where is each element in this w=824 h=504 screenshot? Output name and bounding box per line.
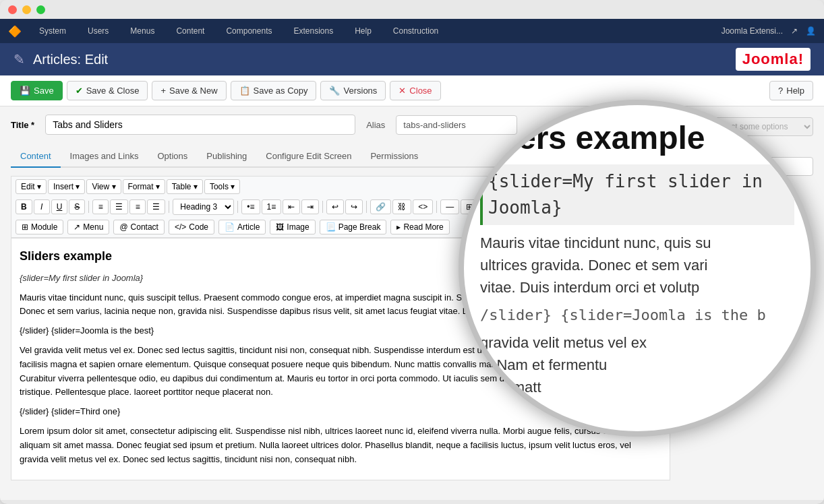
- brand-text: Joomla!: [742, 51, 804, 67]
- edit-pencil-icon: ✎: [13, 51, 25, 67]
- tools-menu[interactable]: Tools ▾: [204, 179, 240, 194]
- ordered-list-button[interactable]: 1≡: [262, 199, 282, 214]
- table-menu[interactable]: Table ▾: [167, 179, 203, 194]
- magnified-slider-tag: {slider=My first slider in Joomla}: [480, 164, 794, 225]
- module-icon: ⊞: [22, 222, 28, 232]
- pagebreak-insert-button[interactable]: 📃 Page Break: [320, 220, 387, 234]
- article-insert-button[interactable]: 📄 Article: [218, 220, 266, 234]
- align-right-button[interactable]: ≡: [129, 199, 146, 214]
- save-close-button[interactable]: ✔ Save & Close: [67, 81, 148, 100]
- code-icon: </>: [175, 222, 186, 232]
- image-insert-button[interactable]: 🖼 Image: [270, 220, 315, 234]
- separator-3: [237, 201, 238, 213]
- plus-icon: +: [160, 86, 166, 96]
- separator-4: [322, 201, 323, 213]
- magnified-text-content: liders example {slider=My first slider i…: [464, 105, 811, 412]
- pagebreak-icon: 📃: [326, 222, 336, 232]
- nav-menus[interactable]: Menus: [126, 24, 158, 38]
- save-copy-button[interactable]: 📋 Save as Copy: [231, 81, 317, 100]
- nav-content[interactable]: Content: [172, 24, 208, 38]
- bullet-list-button[interactable]: •≡: [241, 199, 260, 214]
- strikethrough-button[interactable]: S: [69, 199, 85, 214]
- external-link-icon[interactable]: ↗: [791, 26, 798, 36]
- window-chrome: [0, 0, 824, 19]
- tab-permissions[interactable]: Permissions: [361, 146, 428, 168]
- heading-select[interactable]: Heading 3 Heading 1 Heading 2 Paragraph: [173, 199, 234, 215]
- help-icon: ?: [778, 86, 783, 96]
- nav-help[interactable]: Help: [351, 24, 376, 38]
- close-button[interactable]: ✕ Close: [390, 81, 440, 100]
- user-icon[interactable]: 👤: [806, 26, 816, 36]
- underline-button[interactable]: U: [51, 199, 68, 214]
- close-window-button[interactable]: [8, 5, 17, 14]
- nav-construction[interactable]: Construction: [389, 24, 442, 38]
- page-header: ✎ Articles: Edit Joomla!: [0, 43, 824, 75]
- toolbar: 💾 Save ✔ Save & Close + Save & New 📋 Sav…: [0, 75, 824, 106]
- tab-configure[interactable]: Configure Edit Screen: [256, 146, 361, 168]
- redo-button[interactable]: ↪: [345, 199, 363, 214]
- edit-menu[interactable]: Edit ▾: [16, 179, 47, 194]
- magnified-para-2: gravida velit metus vel ex a. Nam et fer…: [480, 332, 794, 398]
- magnifier-overlay: liders example {slider=My first slider i…: [459, 100, 816, 437]
- indent-button[interactable]: ⇥: [301, 199, 319, 214]
- format-menu[interactable]: Format ▾: [123, 179, 165, 194]
- contact-icon: @: [119, 222, 127, 232]
- menu-insert-button[interactable]: ↗ Menu: [67, 220, 109, 234]
- joomla-brand: Joomla!: [736, 48, 811, 71]
- align-left-button[interactable]: ≡: [92, 199, 109, 214]
- toolbar-right: ? Help: [769, 81, 813, 100]
- tab-options[interactable]: Options: [148, 146, 197, 168]
- close-x-icon: ✕: [399, 86, 406, 96]
- save-button[interactable]: 💾 Save: [11, 81, 63, 100]
- contact-insert-button[interactable]: @ Contact: [113, 220, 165, 234]
- menu-icon: ↗: [73, 222, 80, 232]
- align-center-button[interactable]: ☰: [110, 199, 128, 214]
- nav-system[interactable]: System: [35, 24, 70, 38]
- tab-images-links[interactable]: Images and Links: [61, 146, 148, 168]
- copy-icon: 📋: [239, 86, 250, 96]
- outdent-button[interactable]: ⇤: [283, 199, 300, 214]
- readmore-icon: ▸: [396, 222, 401, 232]
- italic-button[interactable]: I: [34, 199, 50, 214]
- image-icon: 🖼: [276, 222, 284, 232]
- save-icon: 💾: [20, 86, 30, 96]
- title-input[interactable]: [45, 115, 355, 135]
- maximize-window-button[interactable]: [36, 5, 45, 14]
- article-icon: 📄: [225, 222, 235, 232]
- magnified-para: Mauris vitae tincidunt nunc, quis su ult…: [480, 232, 794, 298]
- paragraph-3: Lorem ipsum dolor sit amet, consectetur …: [20, 424, 661, 466]
- nav-users[interactable]: Users: [84, 24, 113, 38]
- module-insert-button[interactable]: ⊞ Module: [16, 220, 63, 234]
- nav-components[interactable]: Components: [222, 24, 276, 38]
- tab-content[interactable]: Content: [11, 146, 61, 168]
- app-window: 🔶 System Users Menus Content Components …: [0, 0, 824, 504]
- versions-icon: 🔧: [329, 86, 340, 96]
- nav-right: Joomla Extensi... ↗ 👤: [722, 26, 816, 36]
- tab-publishing[interactable]: Publishing: [197, 146, 256, 168]
- hr-button[interactable]: —: [440, 199, 459, 214]
- insert-menu[interactable]: Insert ▾: [48, 179, 85, 194]
- top-nav: 🔶 System Users Menus Content Components …: [0, 19, 824, 43]
- source-button[interactable]: <>: [413, 199, 433, 214]
- page-title: Articles: Edit: [33, 52, 108, 67]
- site-name: Joomla Extensi...: [722, 26, 783, 36]
- nav-extensions[interactable]: Extensions: [289, 24, 337, 38]
- title-label: Title *: [11, 120, 34, 130]
- readmore-insert-button[interactable]: ▸ Read More: [390, 220, 449, 234]
- code-insert-button[interactable]: </> Code: [169, 220, 214, 234]
- view-menu[interactable]: View ▾: [86, 179, 121, 194]
- undo-button[interactable]: ↩: [326, 199, 344, 214]
- align-justify-button[interactable]: ☰: [147, 199, 165, 214]
- versions-button[interactable]: 🔧 Versions: [320, 81, 386, 100]
- separator-6: [436, 201, 437, 213]
- alias-label: Alias: [366, 120, 385, 130]
- bold-button[interactable]: B: [16, 199, 32, 214]
- help-button[interactable]: ? Help: [769, 81, 813, 100]
- separator-2: [169, 201, 169, 213]
- save-new-button[interactable]: + Save & New: [152, 81, 226, 100]
- separator-5: [366, 201, 367, 213]
- alias-input[interactable]: [396, 115, 517, 135]
- link-button[interactable]: 🔗: [370, 199, 391, 214]
- unlink-button[interactable]: ⛓: [392, 199, 411, 214]
- minimize-window-button[interactable]: [22, 5, 31, 14]
